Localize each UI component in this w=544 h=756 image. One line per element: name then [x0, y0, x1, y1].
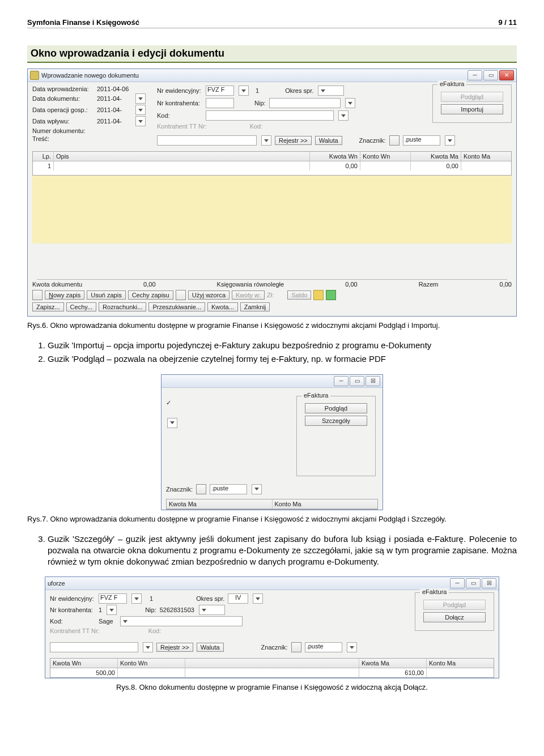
cechy-button[interactable]: Cechy... — [66, 302, 97, 311]
maximize-button[interactable]: ▭ — [483, 70, 498, 80]
input-okres-3[interactable]: IV — [228, 593, 248, 604]
caption-fig6: Rys.6. Okno wprowadzania dokumentu dostę… — [27, 321, 517, 330]
minimize-button-2[interactable]: ─ — [334, 376, 348, 386]
label-nr-ewid-3: Nr ewidencyjny: — [50, 595, 95, 602]
dropdown-tresc-3[interactable] — [143, 642, 153, 652]
cechy-zapisu-button[interactable]: Cechy zapisu — [128, 291, 173, 300]
input-znacznik[interactable]: .puste — [403, 135, 440, 146]
cell-knwn-3 — [118, 668, 185, 677]
szczegoly-button[interactable]: Szczegóły — [305, 416, 367, 426]
page-number: 9 / 11 — [498, 18, 517, 27]
podglad-button-2[interactable]: Podgląd — [305, 403, 367, 413]
dropdown-data-op[interactable] — [135, 105, 146, 115]
label-nip: Nip: — [254, 100, 266, 106]
col-kwota-wn: Kwota Wn — [310, 152, 360, 161]
icon-rows[interactable] — [176, 290, 186, 300]
dropdown-left[interactable] — [167, 418, 177, 428]
maximize-button-2[interactable]: ▭ — [350, 376, 364, 386]
recycle-icon[interactable] — [326, 290, 336, 300]
value-data-dok: 2011-04- — [97, 95, 131, 102]
maximize-button-3[interactable]: ▭ — [466, 578, 481, 588]
window-title-3: uforze — [48, 580, 65, 587]
value-kod-3: Sage — [99, 618, 113, 625]
dropdown-data-dok[interactable] — [135, 93, 146, 104]
label-kod2: Kod: — [250, 123, 263, 130]
zapisz-button[interactable]: Zapisz... — [32, 302, 64, 311]
coins-icon[interactable] — [313, 290, 324, 300]
dropdown-tresc[interactable] — [261, 135, 271, 146]
rozrachunki-button[interactable]: Rozrachunki... — [99, 302, 146, 311]
label-ksieg-row: Księgowania równoległe — [217, 281, 284, 288]
waluta-button-3[interactable]: Waluta — [197, 643, 224, 652]
efaktura-label-3: eFaktura — [420, 588, 449, 595]
uzyj-wzorca-button[interactable]: Użyj wzorca — [188, 291, 230, 300]
znacznik-color-3[interactable] — [291, 642, 301, 652]
znacznik-color[interactable] — [389, 135, 400, 146]
label-data-dok: Data dokumentu: — [32, 95, 94, 102]
przeszukiwanie-button[interactable]: Przeszukiwanie... — [148, 302, 205, 311]
importuj-button[interactable]: Importuj — [441, 104, 503, 114]
dropdown-okres[interactable] — [318, 86, 344, 96]
dolacz-button[interactable]: Dołącz — [423, 612, 486, 622]
efaktura-group-2: eFaktura Podgląd Szczegóły — [296, 396, 376, 476]
nowy-zapis-button[interactable]: NNowy zapisowy zapis — [45, 291, 84, 300]
label-kod-3: Kod: — [50, 618, 95, 625]
input-tresc-3[interactable] — [50, 642, 138, 652]
podglad-button-3[interactable]: Podgląd — [423, 600, 486, 610]
input-nr-ewid-prefix[interactable]: FVZ F — [206, 86, 234, 96]
minimize-button-3[interactable]: ─ — [450, 578, 465, 588]
dropdown-nr-ewid-3[interactable] — [131, 593, 142, 604]
dropdown-kod[interactable] — [338, 110, 348, 121]
input-znacznik-2[interactable]: .puste — [210, 484, 247, 494]
value-nr-ewid-num: 1 — [256, 87, 259, 94]
col-knwn-3: Konto Wn — [118, 659, 185, 668]
rejestr-button[interactable]: Rejestr >> — [275, 136, 312, 145]
value-data-op: 2011-04- — [97, 106, 131, 113]
usun-zapis-button[interactable]: Usuń zapis — [87, 291, 125, 300]
value-ksieg-row: 0,00 — [345, 281, 357, 288]
zamknij-button[interactable]: Zamknij — [240, 302, 270, 311]
dropdown-nr-kontr-3[interactable] — [107, 605, 117, 615]
doc-title: Symfonia Finanse i Księgowość — [27, 18, 139, 27]
label-kod: Kod: — [157, 112, 202, 119]
podglad-button[interactable]: Podgląd — [441, 92, 503, 102]
input-nr-kontr[interactable] — [206, 98, 234, 108]
dropdown-okres-3[interactable] — [253, 593, 263, 604]
window-buffer-doc: uforze ─ ▭ ☒ eFaktura Podgląd Dołącz Nr … — [45, 576, 499, 678]
close-button-3[interactable]: ☒ — [482, 578, 496, 588]
saldo-button: Saldo — [287, 291, 311, 300]
dropdown-znacznik-3[interactable] — [347, 642, 357, 652]
icon-tree[interactable] — [32, 290, 42, 300]
dropdown-znacznik[interactable] — [445, 135, 455, 146]
waluta-button[interactable]: Waluta — [315, 136, 342, 145]
input-nip[interactable] — [269, 98, 341, 108]
table-row[interactable]: 1 0,00 0,00 — [33, 161, 511, 170]
input-znacznik-3[interactable]: .puste — [305, 642, 342, 652]
close-button-2[interactable]: ☒ — [366, 376, 380, 386]
dropdown-nip-3[interactable] — [199, 605, 225, 615]
label-okres-3: Okres spr. — [196, 595, 224, 602]
rejestr-button-3[interactable]: Rejestr >> — [156, 643, 193, 652]
value-nr-ewid-num-3: 1 — [150, 595, 153, 602]
grid-2: Kwota Ma Konto Ma — [166, 499, 378, 510]
efaktura-group-3: eFaktura Podgląd Dołącz — [415, 592, 494, 631]
cell-lp: 1 — [33, 161, 54, 170]
close-button[interactable]: ✕ — [499, 70, 514, 80]
input-tresc[interactable] — [157, 135, 257, 146]
kwota-button[interactable]: Kwota... — [207, 302, 238, 311]
dropdown-data-wpl[interactable] — [135, 116, 146, 126]
dropdown-znacznik-2[interactable] — [252, 484, 262, 494]
label-kod2-3: Kod: — [148, 627, 162, 634]
titlebar-2[interactable]: ─ ▭ ☒ — [162, 375, 382, 388]
input-kod[interactable] — [206, 110, 334, 121]
dropdown-kod-3[interactable] — [120, 616, 243, 626]
dropdown-nip[interactable] — [345, 98, 355, 108]
cell-knma — [461, 161, 511, 170]
table-row-3[interactable]: 500,00 610,00 — [50, 668, 494, 677]
minimize-button[interactable]: ─ — [468, 70, 482, 80]
label-data-op: Data operacji gosp.: — [32, 106, 94, 113]
input-nr-ewid-prefix-3[interactable]: FVZ F — [99, 593, 127, 604]
znacznik-color-2[interactable] — [196, 484, 206, 494]
dropdown-nr-ewid[interactable] — [239, 86, 249, 96]
section-title: Okno wprowadzania i edycji dokumentu — [27, 45, 517, 63]
